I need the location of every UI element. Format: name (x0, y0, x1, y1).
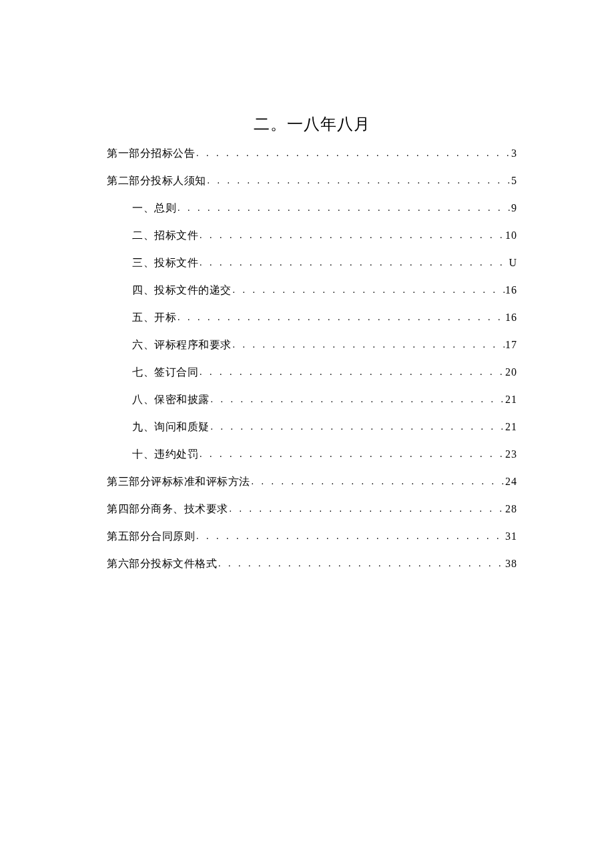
toc-page-number: 17 (505, 339, 517, 351)
toc-leader-dots (206, 175, 512, 186)
toc-leader-dots (210, 394, 506, 405)
toc-entry: 五、开标 16 (107, 311, 517, 325)
toc-page-number: 9 (511, 202, 517, 214)
toc-label: 十、违约处罚 (132, 448, 198, 462)
toc-leader-dots (195, 148, 511, 159)
toc-leader-dots (217, 558, 505, 569)
toc-leader-dots (210, 422, 506, 432)
toc-page-number: 5 (511, 175, 517, 187)
toc-entry: 第五部分合同原则 31 (107, 530, 517, 544)
toc-page-number: 21 (505, 394, 517, 406)
document-page: 二。一八年八月 第一部分招标公告 3 第二部分投标人须知 5 一、总则 9 二、… (0, 0, 614, 571)
toc-leader-dots (176, 312, 505, 323)
toc-leader-dots (195, 531, 505, 542)
toc-label: 九、询问和质疑 (132, 420, 210, 434)
toc-entry: 二、招标文件 10 (107, 229, 517, 243)
table-of-contents: 第一部分招标公告 3 第二部分投标人须知 5 一、总则 9 二、招标文件 10 … (107, 147, 517, 571)
toc-leader-dots (228, 504, 506, 514)
toc-page-number: 10 (505, 230, 517, 242)
toc-entry: 七、签订合同 20 (107, 366, 517, 380)
toc-label: 五、开标 (132, 311, 176, 325)
toc-page-number: U (509, 257, 517, 269)
toc-entry: 六、评标程序和要求 17 (107, 338, 517, 352)
toc-label: 第一部分招标公告 (107, 147, 195, 161)
toc-page-number: 16 (505, 284, 517, 296)
toc-label: 第五部分合同原则 (107, 530, 195, 544)
toc-entry: 第四部分商务、技术要求 28 (107, 502, 517, 516)
toc-label: 第四部分商务、技术要求 (107, 502, 228, 516)
toc-page-number: 31 (505, 530, 517, 542)
toc-label: 第三部分评标标准和评标方法 (107, 475, 250, 489)
toc-leader-dots (198, 449, 505, 460)
toc-leader-dots (198, 230, 505, 241)
toc-leader-dots (198, 258, 509, 268)
toc-entry: 八、保密和披露 21 (107, 393, 517, 407)
toc-page-number: 23 (505, 448, 517, 460)
toc-page-number: 28 (505, 503, 517, 515)
toc-page-number: 3 (511, 147, 517, 159)
toc-label: 八、保密和披露 (132, 393, 210, 407)
toc-label: 六、评标程序和要求 (132, 338, 232, 352)
toc-leader-dots (198, 367, 505, 378)
toc-page-number: 16 (505, 312, 517, 324)
page-title: 二。一八年八月 (107, 113, 517, 135)
toc-leader-dots (232, 340, 506, 350)
toc-leader-dots (250, 476, 506, 487)
toc-entry: 十、违约处罚 23 (107, 448, 517, 462)
toc-entry: 第六部分投标文件格式 38 (107, 557, 517, 571)
toc-page-number: 21 (505, 421, 517, 433)
toc-entry: 三、投标文件 U (107, 256, 517, 270)
toc-leader-dots (176, 203, 511, 213)
toc-page-number: 38 (505, 558, 517, 570)
toc-label: 第六部分投标文件格式 (107, 557, 217, 571)
toc-entry: 一、总则 9 (107, 201, 517, 215)
toc-entry: 第一部分招标公告 3 (107, 147, 517, 161)
toc-label: 四、投标文件的递交 (132, 284, 232, 298)
toc-entry: 四、投标文件的递交 16 (107, 284, 517, 298)
toc-entry: 第二部分投标人须知 5 (107, 174, 517, 188)
toc-label: 一、总则 (132, 201, 176, 215)
toc-page-number: 20 (505, 366, 517, 378)
toc-entry: 第三部分评标标准和评标方法 24 (107, 475, 517, 489)
toc-label: 二、招标文件 (132, 229, 198, 243)
toc-label: 第二部分投标人须知 (107, 174, 206, 188)
toc-label: 七、签订合同 (132, 366, 198, 380)
toc-leader-dots (232, 285, 506, 296)
toc-page-number: 24 (505, 476, 517, 488)
toc-entry: 九、询问和质疑 21 (107, 420, 517, 434)
toc-label: 三、投标文件 (132, 256, 198, 270)
